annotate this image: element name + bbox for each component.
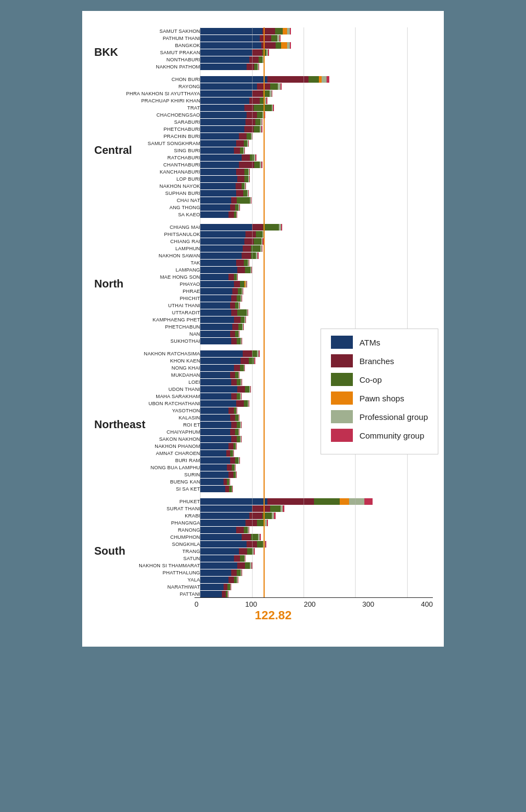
province-label: PHETCHABURI [126, 126, 200, 132]
bar-segment [200, 464, 227, 471]
bar-segment [251, 562, 253, 569]
province-label: CHAIYAPHUM [126, 429, 200, 435]
bar-segment [281, 83, 282, 90]
bar-segment [230, 331, 235, 337]
province-label: BANGKOK [126, 43, 200, 48]
province-label: UTTARADIT [126, 310, 200, 315]
bar-segment [200, 147, 233, 154]
bar-segment [231, 295, 237, 302]
bar-segment [200, 386, 237, 393]
bar-segment [247, 281, 247, 287]
bar-segment [245, 267, 250, 273]
bar-segment [231, 309, 237, 316]
bar-segment [240, 281, 244, 287]
province-label: YASOTHON [126, 408, 200, 413]
bar-segment [248, 190, 249, 197]
bar-segment [236, 400, 243, 407]
bar-row [200, 34, 433, 42]
bar-segment [245, 119, 255, 125]
bar-segment [255, 154, 256, 161]
bar-segment [251, 267, 252, 273]
province-label: PHICHIT [126, 296, 200, 301]
bar-row [200, 125, 433, 133]
province-label: RANONG [126, 527, 200, 533]
bar-segment [237, 309, 247, 316]
bar-row [200, 238, 433, 245]
bar-segment [244, 140, 248, 147]
bar-segment [340, 498, 349, 505]
bar-segment [230, 372, 235, 378]
province-label: PHATTHALUNG [126, 570, 200, 575]
bar-segment [200, 183, 235, 189]
province-label: UTHAI THANI [126, 303, 200, 308]
bar-segment [275, 28, 283, 34]
legend-item: Professional group [331, 410, 428, 423]
bar-segment [249, 358, 253, 364]
bar-segment [279, 35, 281, 42]
bar-segment [281, 224, 283, 231]
province-label: NAKHON RATCHASIMA [126, 351, 200, 356]
bar-segment [200, 204, 230, 211]
bar-row [200, 161, 433, 168]
bar-segment [200, 238, 244, 245]
bar-segment [231, 584, 231, 590]
bar-segment [231, 393, 237, 400]
bar-segment [250, 154, 254, 161]
bar-segment [230, 479, 230, 485]
bar-segment [257, 541, 263, 548]
province-label: KHON KAEN [126, 358, 200, 364]
bar-row [200, 56, 433, 63]
bar-segment [244, 147, 245, 154]
province-label: NAN [126, 331, 200, 337]
bar-row [200, 464, 433, 471]
bar-segment [200, 436, 231, 442]
bar-segment [237, 338, 241, 344]
province-label: NONG KHAI [126, 365, 200, 371]
legend-item: ATMs [331, 336, 428, 349]
bar-segment [252, 49, 262, 56]
bar-segment [259, 64, 259, 70]
bar-segment [231, 436, 237, 442]
bar-segment [247, 112, 257, 118]
bar-segment [255, 119, 260, 125]
bar-row [200, 590, 433, 597]
province-label: LOEI [126, 379, 200, 385]
bar-segment [200, 176, 237, 182]
bar-segment [237, 295, 241, 302]
province-label: NAKHON PATHOM [126, 64, 200, 70]
bar-segment [239, 302, 240, 309]
bar-segment [200, 97, 249, 104]
bar-row [200, 252, 433, 259]
bar-segment [272, 90, 273, 97]
bar-segment [200, 28, 262, 34]
province-label: NONTHABURI [126, 57, 200, 62]
province-label: PHANGNGA [126, 520, 200, 526]
province-label: CHIANG RAI [126, 239, 200, 244]
legend-label: Community group [359, 431, 424, 440]
bar-segment [237, 176, 244, 182]
bar-segment [236, 140, 243, 147]
bar-segment [200, 224, 251, 231]
bar-segment [249, 260, 249, 266]
bar-segment [200, 105, 244, 111]
bar-segment [243, 190, 248, 197]
bar-segment [200, 429, 230, 435]
bar-segment [200, 365, 233, 371]
bar-row [200, 471, 433, 478]
bar-segment [200, 288, 232, 295]
bar-row [200, 540, 433, 548]
bar-row [200, 259, 433, 266]
bar-row [200, 245, 433, 252]
bar-segment [261, 162, 262, 168]
bar-segment [239, 548, 247, 555]
bar-segment [200, 479, 223, 485]
bar-segment [200, 154, 241, 161]
bar-segment [227, 464, 231, 471]
bar-segment [254, 162, 259, 168]
bar-row [200, 133, 433, 140]
province-label: NAKHON SAWAN [126, 253, 200, 258]
legend: ATMsBranchesCo-opPawn shopsProfessional … [321, 329, 438, 454]
province-label: CHANTHABURI [126, 162, 200, 168]
bar-segment [237, 562, 245, 569]
province-label: PHITSANULOK [126, 232, 200, 237]
